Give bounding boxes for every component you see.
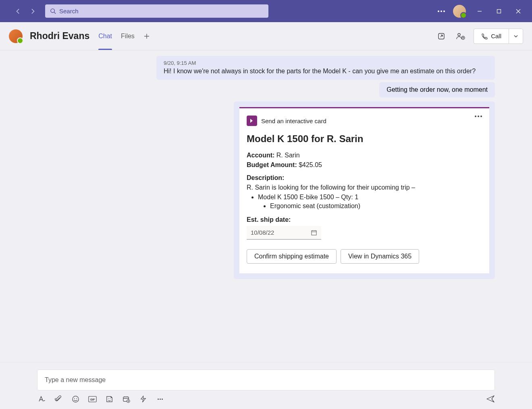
ship-date-input[interactable]: 10/08/22 xyxy=(247,226,321,240)
sub-item: Ergonomic seat (customization) xyxy=(270,202,482,210)
window-close-button[interactable] xyxy=(513,6,524,17)
search-icon xyxy=(50,8,56,14)
budget-field: Budget Amount: $425.05 xyxy=(247,161,482,169)
stream-button[interactable] xyxy=(139,395,148,403)
message-text: Hi! I know we're not always in stock for… xyxy=(164,68,488,75)
outgoing-message: Getting the order now, one moment xyxy=(379,82,495,97)
adaptive-card-container: Send an interactive card Model K 1500 fo… xyxy=(234,101,495,279)
confirm-shipping-button[interactable]: Confirm shipping estimate xyxy=(247,249,337,264)
description-intro: R. Sarin is looking for the following fo… xyxy=(247,184,482,191)
ship-date-label: Est. ship date: xyxy=(247,216,482,223)
card-source: Send an interactive card xyxy=(247,116,482,126)
more-options-button[interactable] xyxy=(438,10,445,12)
gif-button[interactable]: GIF xyxy=(88,395,97,403)
send-button[interactable] xyxy=(486,395,495,403)
current-user-avatar[interactable] xyxy=(453,5,466,18)
chat-header: Rhodri Evans Chat Files Call xyxy=(0,22,532,50)
svg-point-11 xyxy=(108,398,109,399)
call-button[interactable]: Call xyxy=(474,29,509,44)
emoji-button[interactable] xyxy=(71,395,80,403)
svg-rect-5 xyxy=(312,231,316,235)
tab-chat[interactable]: Chat xyxy=(98,22,112,50)
svg-rect-1 xyxy=(497,9,501,13)
add-tab-button[interactable] xyxy=(143,33,150,39)
chat-messages-area: 9/20, 9:15 AM Hi! I know we're not alway… xyxy=(0,50,532,362)
popout-button[interactable] xyxy=(435,30,448,43)
nav-forward-button[interactable] xyxy=(27,5,39,17)
call-options-button[interactable] xyxy=(509,29,523,44)
chat-title: Rhodri Evans xyxy=(30,31,89,41)
description-list: Model K 1500 E-bike 1500 – Qty: 1 Ergono… xyxy=(258,194,482,210)
phone-icon xyxy=(481,33,488,39)
card-more-button[interactable] xyxy=(475,116,482,117)
sticker-button[interactable] xyxy=(105,395,114,403)
add-people-button[interactable] xyxy=(454,30,467,43)
attach-button[interactable] xyxy=(54,395,63,403)
view-dynamics-button[interactable]: View in Dynamics 365 xyxy=(341,249,419,264)
nav-back-button[interactable] xyxy=(12,5,24,17)
message-composer: Type a new message GIF xyxy=(0,362,532,409)
contact-avatar[interactable] xyxy=(9,29,23,43)
message-text: Getting the order now, one moment xyxy=(387,86,488,93)
svg-point-8 xyxy=(76,398,77,399)
svg-text:GIF: GIF xyxy=(90,398,95,401)
format-button[interactable] xyxy=(37,395,46,403)
line-item: Model K 1500 E-bike 1500 – Qty: 1 xyxy=(258,194,482,201)
actions-button[interactable] xyxy=(122,395,131,403)
incoming-message: 9/20, 9:15 AM Hi! I know we're not alway… xyxy=(156,56,495,80)
search-input[interactable]: Search xyxy=(45,4,268,18)
svg-point-12 xyxy=(110,398,110,399)
description-label: Description: xyxy=(247,174,482,182)
adaptive-card: Send an interactive card Model K 1500 fo… xyxy=(239,107,489,273)
compose-input[interactable]: Type a new message xyxy=(37,370,495,390)
compose-placeholder: Type a new message xyxy=(45,376,106,384)
title-bar: Search xyxy=(0,0,532,22)
search-placeholder: Search xyxy=(59,8,79,14)
window-maximize-button[interactable] xyxy=(493,6,505,17)
calendar-icon xyxy=(311,229,317,236)
more-compose-button[interactable] xyxy=(156,395,164,403)
power-automate-icon xyxy=(247,116,257,126)
svg-point-7 xyxy=(74,398,75,399)
tab-files[interactable]: Files xyxy=(121,22,135,50)
window-minimize-button[interactable] xyxy=(474,6,485,17)
message-timestamp: 9/20, 9:15 AM xyxy=(164,60,488,66)
account-field: Account: R. Sarin xyxy=(247,152,482,159)
svg-point-3 xyxy=(458,33,460,36)
card-title: Model K 1500 for R. Sarin xyxy=(247,133,482,145)
svg-point-6 xyxy=(72,396,78,402)
svg-point-0 xyxy=(51,9,54,12)
